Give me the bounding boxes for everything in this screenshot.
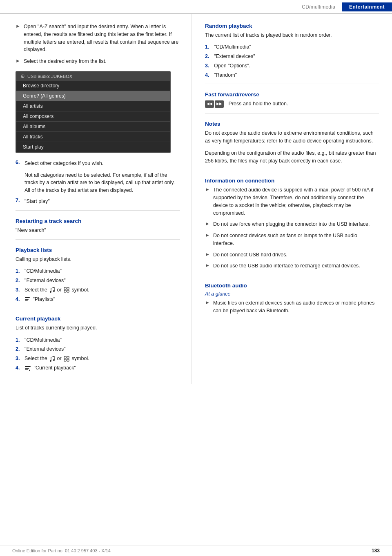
svg-rect-8 — [25, 300, 28, 301]
usb-menu-browse: Browse directory — [16, 81, 170, 91]
conn-bullet-2: ► Do not use force when plugging the con… — [205, 220, 379, 228]
cp-step-4: 4. "Current playback" — [16, 364, 180, 372]
ff-icons: ◀◀ ▶▶ — [205, 100, 224, 108]
step-6-label: Select other categories if you wish. — [24, 160, 103, 167]
conn-arrow-3: ► — [205, 232, 210, 238]
rp-step-4: 4. "Random" — [205, 71, 379, 79]
conn-bullet-3: ► Do not connect devices such as fans or… — [205, 232, 379, 247]
cp-step-1-text: "CD/Multimedia" — [24, 336, 62, 344]
pl-step-1: 1. "CD/Multimedia" — [16, 267, 180, 275]
header-section-label: Entertainment — [342, 2, 392, 11]
conn-arrow-4: ► — [205, 251, 210, 257]
usb-menu-tracks: All tracks — [16, 132, 170, 142]
svg-rect-7 — [25, 299, 29, 300]
pl-step-3-text: Select the or symbo — [24, 286, 89, 294]
playlist-icon — [24, 296, 30, 302]
usb-menu-genre: Genre? (All genres) — [16, 91, 170, 101]
conn-bullet-5: ► Do not use the USB audio interface to … — [205, 262, 379, 270]
rp-step-1: 1. "CD/Multimedia" — [205, 43, 379, 51]
bullet-text-1: Open "A-Z search" and input the desired … — [24, 23, 180, 53]
section-fast-forward: Fast forward/reverse — [205, 91, 379, 98]
conn-arrow-1: ► — [205, 187, 210, 192]
rp-step-2-num: 2. — [205, 53, 214, 60]
page-footer: Online Edition for Part no. 01 40 2 957 … — [0, 545, 392, 556]
rp-step-3: 3. Open "Options". — [205, 62, 379, 70]
conn-bullet-4: ► Do not connect USB hard drives. — [205, 251, 379, 259]
right-column: Random playback The current list of trac… — [192, 14, 392, 384]
usb-title-bar: ☯ USB audio: JUKEBOX — [16, 72, 170, 81]
usb-screenshot-box: ☯ USB audio: JUKEBOX Browse directory Ge… — [16, 71, 171, 153]
rp-step-3-text: Open "Options". — [214, 62, 250, 70]
step-7-label: "Start play" — [24, 198, 50, 205]
rp-step-4-text: "Random" — [214, 71, 237, 79]
current-playback-icon — [24, 365, 31, 371]
pl-step-4: 4. "Playlists" — [16, 296, 180, 303]
svg-point-1 — [53, 290, 55, 292]
cp-step-1: 1. "CD/Multimedia" — [16, 336, 180, 344]
step-6-body: Not all categories need to be selected. … — [24, 171, 180, 194]
pl-step-4-num: 4. — [16, 296, 24, 303]
current-playback-intro: List of tracks currently being played. — [16, 324, 180, 332]
notes-body-2: Depending on the configuration of the au… — [205, 149, 379, 165]
usb-menu-albums: All albums — [16, 122, 170, 132]
bullet-text-2: Select the desired entry from the list. — [24, 58, 107, 65]
left-column: ► Open "A-Z search" and input the desire… — [0, 14, 192, 384]
bullet-item-2: ► Select the desired entry from the list… — [16, 58, 180, 65]
music-note-icon-1 — [49, 287, 55, 293]
svg-point-9 — [50, 360, 51, 362]
random-playback-steps: 1. "CD/Multimedia" 2. "External devices"… — [205, 43, 379, 79]
divider-r1 — [205, 84, 379, 84]
main-content: ► Open "A-Z search" and input the desire… — [0, 14, 392, 384]
usb-title-text: USB audio: JUKEBOX — [27, 74, 72, 79]
footer-text: Online Edition for Part no. 01 40 2 957 … — [12, 548, 111, 553]
cp-step-4-text: "Current playback" — [24, 364, 76, 372]
usb-icon: ☯ — [20, 73, 25, 79]
rewind-button-icon: ◀◀ — [205, 100, 214, 108]
rp-step-2: 2. "External devices" — [205, 53, 379, 60]
page-header: CD/multimedia Entertainment — [0, 0, 392, 14]
conn-text-3: Do not connect devices such as fans or l… — [213, 232, 379, 247]
current-playback-steps: 1. "CD/Multimedia" 2. "External devices"… — [16, 336, 180, 372]
random-playback-body: The current list of tracks is played bac… — [205, 31, 379, 39]
svg-rect-4 — [64, 290, 66, 292]
notes-body-1: Do not expose the audio device to extrem… — [205, 129, 379, 145]
svg-point-10 — [53, 359, 55, 361]
cp-step-1-num: 1. — [16, 336, 24, 344]
section-at-a-glance: At a glance — [205, 291, 379, 297]
cp-step-3-num: 3. — [16, 355, 24, 363]
pl-step-1-text: "CD/Multimedia" — [24, 267, 62, 275]
section-current-playback: Current playback — [16, 316, 180, 322]
svg-rect-13 — [64, 359, 66, 361]
divider-r2 — [205, 113, 379, 113]
conn-text-1: The connected audio device is supplied w… — [213, 186, 379, 217]
divider-r4 — [205, 275, 379, 275]
fast-forward-text: Press and hold the button. — [228, 101, 288, 107]
svg-rect-5 — [67, 290, 69, 292]
svg-rect-17 — [25, 369, 28, 370]
cp-step-2-text: "External devices" — [24, 345, 66, 353]
page-number: 183 — [372, 548, 380, 554]
pl-step-1-num: 1. — [16, 267, 24, 275]
cp-step-2-num: 2. — [16, 345, 24, 353]
conn-text-4: Do not connect USB hard drives. — [213, 251, 287, 259]
svg-point-0 — [50, 291, 51, 293]
svg-rect-2 — [64, 287, 66, 289]
rp-step-3-num: 3. — [205, 62, 214, 70]
step-6-item: 6. Select other categories if you wish. — [16, 160, 180, 167]
section-notes: Notes — [205, 121, 379, 127]
header-cd-label: CD/multimedia — [302, 4, 342, 10]
rp-step-1-text: "CD/Multimedia" — [214, 43, 251, 51]
usb-menu-artists: All artists — [16, 101, 170, 111]
pl-step-2-num: 2. — [16, 277, 24, 285]
pl-step-3: 3. Select the or — [16, 286, 180, 294]
svg-rect-16 — [25, 368, 29, 369]
music-note-icon-2 — [49, 356, 55, 362]
divider-2 — [16, 239, 180, 240]
conn-text-2: Do not use force when plugging the conne… — [213, 220, 370, 228]
conn-bullet-1: ► The connected audio device is supplied… — [205, 186, 379, 217]
usb-menu-startplay: Start play — [16, 142, 170, 152]
rp-step-1-num: 1. — [205, 43, 214, 51]
divider-r3 — [205, 170, 379, 170]
bt-bullet-1: ► Music files on external devices such a… — [205, 299, 379, 315]
pl-step-2-text: "External devices" — [24, 277, 66, 285]
